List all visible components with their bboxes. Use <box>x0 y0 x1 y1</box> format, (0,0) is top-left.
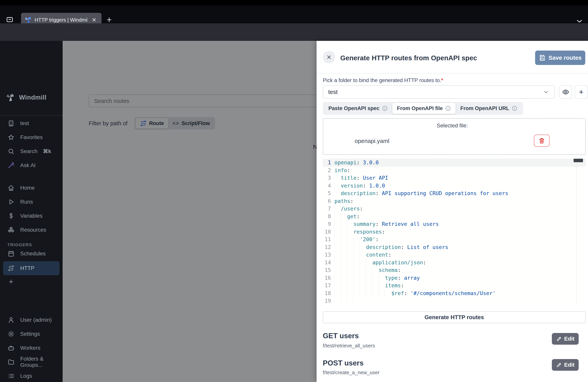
tab-close-icon[interactable]: ✕ <box>90 16 98 24</box>
keyboard-shortcut: ⌘k <box>43 148 51 154</box>
sidebar-item-logs[interactable]: Logs <box>0 369 63 382</box>
indent-guide <box>347 274 347 282</box>
generate-http-routes-button[interactable]: Generate HTTP routes <box>323 311 586 323</box>
sidebar-item-label: Variables <box>20 213 42 219</box>
indent-guide <box>353 289 354 297</box>
line-content: version: 1.0.0 <box>335 182 586 190</box>
line-content: items: <box>335 282 586 289</box>
sidebar-item-user-admin-[interactable]: User (admin) <box>0 313 63 327</box>
line-content: '200': <box>335 235 586 243</box>
code-line[interactable]: 6paths: <box>323 197 586 205</box>
edit-route-button[interactable]: Edit <box>552 359 579 371</box>
indent-guide <box>360 266 360 274</box>
indent-guide <box>341 243 341 251</box>
remove-file-button[interactable] <box>534 135 549 147</box>
folder-select[interactable]: test <box>323 85 555 99</box>
code-line[interactable]: 3 title: User API <box>323 174 586 182</box>
code-line[interactable]: 5 description: API supporting CRUD opera… <box>323 190 586 197</box>
generate-routes-drawer: Generate HTTP routes from OpenAPI spec S… <box>316 41 588 382</box>
code-line[interactable]: 8 get: <box>323 212 586 220</box>
line-content: type: array <box>335 274 586 282</box>
tab-from-openapi-file[interactable]: From OpenAPI file <box>392 103 456 114</box>
indent-guide <box>347 266 347 274</box>
sidebar-item-test[interactable]: test <box>0 116 63 130</box>
search-icon <box>7 148 15 155</box>
editor-scrollbar-handle[interactable] <box>574 159 583 162</box>
indent-guide <box>366 259 366 266</box>
sidebar-item-http[interactable]: HTTP <box>3 261 60 275</box>
info-icon <box>382 106 388 111</box>
sidebar-item-workers[interactable]: Workers <box>0 341 63 355</box>
selected-file-label: Selected file: <box>316 123 588 129</box>
sidebar-item-folders-groups-[interactable]: Folders & Groups... <box>0 355 63 369</box>
eye-icon <box>562 88 569 96</box>
code-line[interactable]: 7 /users: <box>323 205 586 212</box>
indent-guide <box>372 282 372 289</box>
folder-select-value: test <box>328 89 337 95</box>
sidebar-item-label: User (admin) <box>20 317 52 323</box>
code-line[interactable]: 16 type: array <box>323 274 586 282</box>
building-icon <box>7 120 15 127</box>
indent-guide <box>360 243 360 251</box>
indent-guide <box>353 243 354 251</box>
line-number: 10 <box>323 229 331 235</box>
dollar-icon <box>7 212 15 220</box>
sidebar-item-runs[interactable]: Runs <box>0 195 63 209</box>
windmill-logo-icon <box>6 93 15 102</box>
code-line[interactable]: 10 responses: <box>323 228 586 236</box>
save-routes-button[interactable]: Save routes <box>535 51 585 65</box>
code-line[interactable]: 18 $ref: '#/components/schemas/User' <box>323 289 586 297</box>
plus-icon: + <box>579 88 583 96</box>
code-line[interactable]: 4 version: 1.0.0 <box>323 182 586 190</box>
indent-guide <box>360 274 360 282</box>
sidebar-item-schedules[interactable]: Schedules <box>0 247 63 261</box>
close-icon[interactable] <box>323 51 335 64</box>
indent-guide <box>347 297 347 303</box>
code-line[interactable]: 19 <box>323 297 586 303</box>
indent-guide <box>353 274 354 282</box>
code-line[interactable]: 12 description: List of users <box>323 243 586 251</box>
indent-guide <box>341 266 341 274</box>
boxes-icon <box>7 226 15 233</box>
macos-menubar <box>0 0 588 5</box>
sidebar-add-button[interactable]: + <box>0 275 63 289</box>
sidebar-item-ask-ai[interactable]: Ask AI <box>0 158 63 172</box>
sidebar-item-settings[interactable]: Settings <box>0 327 63 341</box>
sidebar-item-variables[interactable]: Variables <box>0 209 63 223</box>
sidebar-item-favorites[interactable]: Favorites <box>0 130 63 144</box>
code-editor[interactable]: 1openapi: 3.0.02info:3 title: User API4 … <box>323 159 586 303</box>
code-line[interactable]: 17 items: <box>323 282 586 289</box>
code-line[interactable]: 13 content: <box>323 251 586 259</box>
line-number: 9 <box>323 221 331 227</box>
line-number: 6 <box>323 198 331 204</box>
code-line[interactable]: 11 '200': <box>323 235 586 243</box>
line-content: application/json: <box>335 259 586 266</box>
indent-guide <box>360 259 360 266</box>
edit-route-button[interactable]: Edit <box>552 333 579 345</box>
add-folder-button[interactable]: + <box>575 85 588 99</box>
code-line[interactable]: 14 application/json: <box>323 259 586 266</box>
code-line[interactable]: 2info: <box>323 167 586 174</box>
tab-paste-openapi-spec[interactable]: Paste OpenAPI spec <box>324 103 392 114</box>
indent-guide <box>341 235 341 243</box>
line-content: paths: <box>335 197 586 205</box>
indent-guide <box>372 266 372 274</box>
new-tab-button[interactable]: + <box>106 15 112 24</box>
sidebar-item-label: Settings <box>20 331 40 337</box>
sidebar-item-search[interactable]: Search⌘k <box>0 144 63 158</box>
code-line[interactable]: 1openapi: 3.0.0 <box>323 159 586 167</box>
code-line[interactable]: 9 summary: Retrieve all users <box>323 220 586 228</box>
sidebar: Windmill TRIGGERS + Help ← testFavorites… <box>0 41 63 382</box>
sidebar-item-resources[interactable]: Resources <box>0 223 63 237</box>
code-line[interactable]: 15 schema: <box>323 266 586 274</box>
indent-guide <box>360 289 360 297</box>
folder-icon <box>7 358 15 366</box>
editor-scrollbar-track <box>576 159 577 303</box>
preview-folder-button[interactable] <box>559 85 572 99</box>
line-number: 14 <box>323 259 331 265</box>
info-icon <box>445 106 451 111</box>
brand-name: Windmill <box>19 94 46 101</box>
indent-guide <box>353 297 354 303</box>
tab-from-openapi-url[interactable]: From OpenAPI URL <box>456 103 522 114</box>
sidebar-item-home[interactable]: Home <box>0 181 63 195</box>
